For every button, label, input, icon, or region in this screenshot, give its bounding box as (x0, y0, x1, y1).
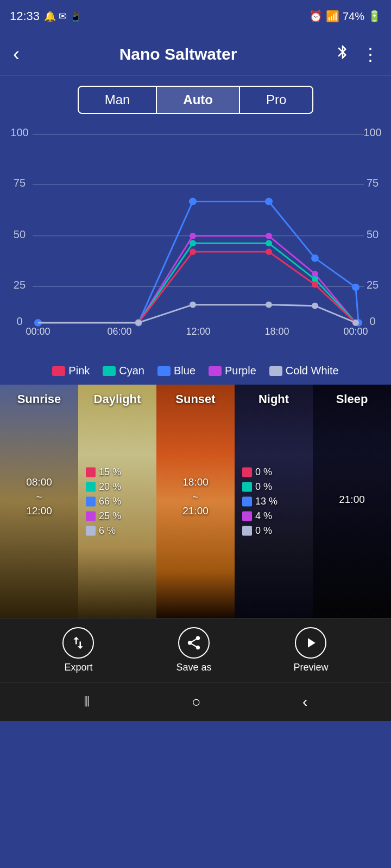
svg-text:00:00: 00:00 (26, 327, 50, 337)
status-right: ⏰ 📶 74% 🔋 (309, 10, 381, 23)
legend-color-cold-white (269, 366, 282, 376)
section-title-night: Night (235, 392, 313, 406)
nav-home-button[interactable]: ○ (192, 693, 201, 711)
status-bar: 12:33 🔔 ✉ 📱 ⏰ 📶 74% 🔋 (0, 0, 391, 33)
tab-man[interactable]: Man (79, 87, 157, 113)
action-bar: Export Save as Preview (0, 618, 391, 682)
svg-text:50: 50 (14, 228, 26, 240)
daylight-pct-cyan: 20 % (99, 481, 121, 493)
svg-text:25: 25 (14, 279, 26, 291)
daylight-val-cyan: 20 % (86, 481, 121, 493)
daylight-color-blue (86, 496, 96, 506)
svg-point-44 (312, 303, 318, 309)
legend-label-blue: Blue (174, 365, 195, 377)
section-sunrise[interactable]: Sunrise 08:00~12:00 (0, 385, 78, 618)
status-icons: 🔔 ✉ 📱 (44, 10, 81, 22)
svg-point-37 (190, 248, 196, 255)
night-pct-cw: 0 % (255, 525, 272, 537)
legend-label-cold-white: Cold White (286, 365, 339, 377)
daylight-val-pink: 15 % (86, 467, 121, 478)
status-left: 12:33 🔔 ✉ 📱 (10, 9, 81, 23)
night-color-cw (242, 526, 252, 535)
tab-pro[interactable]: Pro (240, 87, 312, 113)
section-sunset[interactable]: Sunset 18:00~21:00 (156, 385, 235, 618)
svg-point-32 (190, 240, 196, 247)
legend-blue: Blue (157, 365, 195, 377)
night-color-cyan (242, 482, 252, 492)
mode-tabs: Man Auto Pro (78, 86, 314, 114)
app-title: Nano Saltwater (30, 45, 326, 63)
section-sleep[interactable]: Sleep 21:00 (313, 385, 391, 618)
save-as-button[interactable]: Save as (176, 627, 211, 673)
svg-point-27 (190, 233, 196, 239)
export-label: Export (64, 662, 92, 673)
svg-point-45 (352, 320, 359, 326)
legend-cold-white: Cold White (269, 365, 339, 377)
save-as-icon-circle (178, 627, 210, 659)
alarm-icon: ⏰ (309, 10, 323, 23)
legend-color-pink (52, 366, 65, 376)
section-title-sunset: Sunset (156, 392, 235, 406)
tabs-container: Man Auto Pro (0, 76, 391, 120)
chart-legend: Pink Cyan Blue Purple Cold White (0, 359, 391, 385)
section-title-sunrise: Sunrise (0, 392, 78, 406)
svg-point-43 (266, 302, 272, 308)
export-button[interactable]: Export (62, 627, 94, 673)
wifi-icon: 📶 (326, 10, 339, 23)
svg-text:00:00: 00:00 (343, 327, 368, 337)
preview-icon-circle (295, 627, 326, 659)
nav-recent-button[interactable]: ⦀ (84, 693, 90, 711)
preview-button[interactable]: Preview (293, 627, 328, 673)
legend-purple: Purple (209, 365, 256, 377)
chart-container: 100 100 75 75 50 50 25 25 0 0 00:00 06:0… (0, 120, 391, 359)
svg-point-22 (265, 198, 273, 206)
preview-label: Preview (293, 662, 328, 673)
night-val-purple: 4 % (242, 510, 272, 522)
legend-cyan: Cyan (103, 365, 144, 377)
legend-label-cyan: Cyan (119, 365, 144, 377)
time-sections: Sunrise 08:00~12:00 Daylight 15 % 20 % 6… (0, 385, 391, 618)
svg-point-33 (266, 240, 272, 247)
night-val-blue: 13 % (242, 496, 278, 507)
section-title-daylight: Daylight (78, 392, 156, 406)
section-title-sleep: Sleep (313, 392, 391, 406)
svg-text:25: 25 (367, 279, 379, 291)
daylight-color-purple (86, 511, 96, 521)
legend-color-cyan (103, 366, 116, 376)
svg-point-24 (352, 284, 360, 291)
tab-auto[interactable]: Auto (157, 87, 240, 113)
svg-point-39 (312, 282, 318, 288)
night-color-blue (242, 496, 252, 506)
save-as-label: Save as (176, 662, 211, 673)
daylight-color-cw (86, 526, 96, 535)
svg-text:18:00: 18:00 (264, 327, 289, 337)
battery-icon: 🔋 (368, 10, 381, 23)
section-night[interactable]: Night 0 % 0 % 13 % 4 % 0 % (235, 385, 313, 618)
bluetooth-icon[interactable] (332, 42, 353, 66)
night-val-cyan: 0 % (242, 481, 272, 493)
svg-point-38 (266, 248, 272, 255)
svg-point-28 (266, 233, 272, 239)
nav-back-button[interactable]: ‹ (302, 693, 307, 711)
night-pct-pink: 0 % (255, 467, 272, 478)
daylight-pct-blue: 66 % (99, 496, 121, 507)
svg-point-41 (135, 320, 142, 326)
section-time-sunrise: 08:00~12:00 (0, 475, 78, 519)
night-pct-cyan: 0 % (255, 481, 272, 493)
more-options-icon[interactable]: ⋮ (360, 42, 382, 67)
export-icon-circle (62, 627, 94, 659)
svg-point-21 (189, 198, 197, 206)
svg-text:0: 0 (369, 315, 375, 327)
night-color-pink (242, 467, 252, 477)
daylight-pct-cw: 6 % (99, 525, 116, 537)
svg-text:100: 100 (363, 127, 381, 139)
daylight-color-pink (86, 467, 96, 477)
night-pct-blue: 13 % (255, 496, 278, 507)
svg-text:12:00: 12:00 (186, 327, 210, 337)
daylight-val-blue: 66 % (86, 496, 121, 507)
system-nav: ⦀ ○ ‹ (0, 682, 391, 721)
app-bar-actions: ⋮ (332, 42, 382, 67)
back-button[interactable]: ‹ (9, 39, 24, 70)
svg-point-42 (190, 302, 196, 308)
section-daylight[interactable]: Daylight 15 % 20 % 66 % 25 % 6 % (78, 385, 156, 618)
